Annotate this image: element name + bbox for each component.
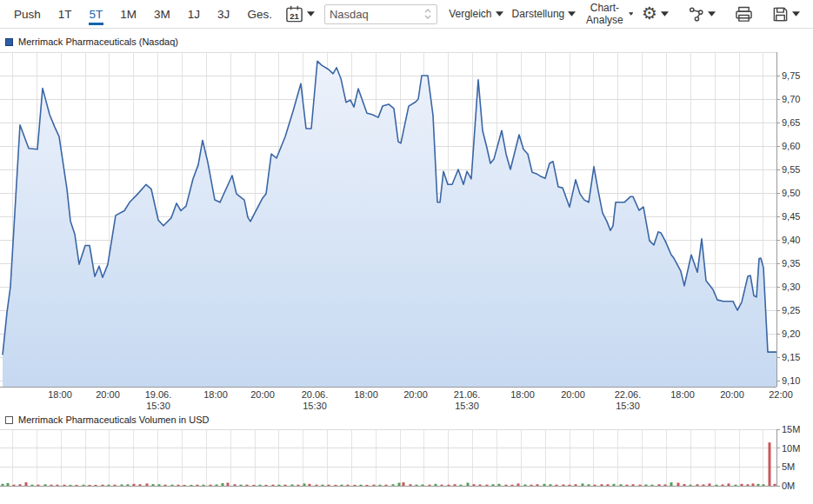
printer-icon <box>735 6 753 23</box>
price-chart-plot[interactable] <box>0 52 776 387</box>
price-legend-label: Merrimack Pharmaceuticals (Nasdaq) <box>18 36 178 47</box>
volume-axis-tick: 10M <box>782 443 800 454</box>
time-axis-tick: 20:00 <box>83 389 132 401</box>
volume-legend-marker <box>5 416 13 424</box>
period-button-1t[interactable]: 1T <box>50 0 81 28</box>
volume-axis-tick: 5M <box>782 461 795 472</box>
time-axis-tick: 18:00 <box>498 389 547 401</box>
price-axis-tick: 9,15 <box>782 352 800 362</box>
period-button-3m[interactable]: 3M <box>145 0 179 28</box>
price-axis-tick: 9,35 <box>782 258 800 269</box>
chevron-down-icon <box>792 11 800 17</box>
time-axis-tick: 22.06.15:30 <box>603 389 652 412</box>
menu-button-vergleich[interactable]: Vergleich <box>444 0 507 28</box>
period-button-push[interactable]: Push <box>5 0 50 28</box>
volume-chart-plot[interactable] <box>0 429 776 486</box>
menu-label: Vergleich <box>449 8 491 20</box>
chevron-down-icon <box>661 11 669 17</box>
time-axis-tick: 20:00 <box>391 389 440 401</box>
time-axis-tick: 18:00 <box>342 389 390 401</box>
symbol-select[interactable]: Nasdaq <box>324 4 437 24</box>
chart-application: Push1T5T1M3M1J3JGes. 21 Nasdaq Vergleich… <box>0 0 813 504</box>
price-axis-tick: 9,25 <box>782 305 800 315</box>
price-axis-tick: 9,40 <box>782 235 800 245</box>
price-axis-tick: 9,50 <box>782 188 800 198</box>
calendar-button[interactable]: 21 <box>281 5 319 23</box>
volume-legend: Merrimack Pharmaceuticals Volumen in USD <box>5 414 209 425</box>
price-axis-tick: 9,10 <box>782 375 800 386</box>
price-axis-tick: 9,65 <box>782 117 800 128</box>
toolbar-icons: ⚙ <box>637 5 808 23</box>
share-button[interactable] <box>683 6 720 23</box>
menu-label: Darstellung <box>512 8 565 20</box>
select-chevrons-icon <box>423 8 432 20</box>
price-axis-tick: 9,55 <box>782 164 800 175</box>
save-button[interactable] <box>768 6 804 23</box>
calendar-icon: 21 <box>285 5 303 23</box>
time-axis-tick: 22:00 <box>756 389 805 401</box>
chevron-down-icon <box>568 11 576 17</box>
price-axis-tick: 9,45 <box>782 211 800 222</box>
period-buttons: Push1T5T1M3M1J3JGes. <box>5 0 281 28</box>
chevron-down-icon <box>496 11 503 17</box>
time-axis-tick: 20:00 <box>708 389 756 401</box>
gear-icon: ⚙ <box>642 4 657 22</box>
period-button-1m[interactable]: 1M <box>111 0 145 28</box>
time-axis-tick: 20:00 <box>549 389 597 401</box>
calendar-day-label: 21 <box>290 10 299 20</box>
price-axis-tick: 9,75 <box>782 70 800 81</box>
price-axis-tick: 9,20 <box>782 328 800 339</box>
price-legend: Merrimack Pharmaceuticals (Nasdaq) <box>5 36 178 47</box>
chevron-down-icon <box>629 11 633 17</box>
volume-legend-label: Merrimack Pharmaceuticals Volumen in USD <box>18 414 209 425</box>
time-axis-tick: 20.06.15:30 <box>290 389 339 412</box>
volume-axis-tick: 0M <box>782 481 795 491</box>
print-button[interactable] <box>730 6 757 23</box>
price-axis-tick: 9,60 <box>782 141 800 151</box>
period-button-5t[interactable]: 5T <box>81 0 112 28</box>
share-icon <box>688 6 704 23</box>
menu-button-chart-analyse[interactable]: Chart-Analyse <box>580 0 637 28</box>
period-button-1j[interactable]: 1J <box>179 0 209 28</box>
symbol-select-value: Nasdaq <box>330 8 369 21</box>
time-axis-tick: 18:00 <box>191 389 240 401</box>
menu-buttons: VergleichDarstellungChart-Analyse <box>444 0 637 28</box>
price-axis-tick: 9,30 <box>782 282 800 292</box>
time-axis-tick: 18:00 <box>36 389 84 401</box>
time-axis-tick: 19.06.15:30 <box>134 389 183 412</box>
floppy-disk-icon <box>772 6 789 23</box>
menu-label: Chart-Analyse <box>584 2 624 26</box>
period-button-3j[interactable]: 3J <box>209 0 238 28</box>
time-axis-tick: 18:00 <box>658 389 707 401</box>
period-button-ges[interactable]: Ges. <box>238 0 281 28</box>
price-axis-tick: 9,70 <box>782 94 800 104</box>
time-axis-tick: 20:00 <box>238 389 287 401</box>
chevron-down-icon <box>708 11 716 17</box>
chart-toolbar: Push1T5T1M3M1J3JGes. 21 Nasdaq Vergleich… <box>0 0 813 29</box>
settings-button[interactable]: ⚙ <box>637 5 673 23</box>
time-axis-tick: 21.06.15:30 <box>443 389 491 412</box>
chevron-down-icon <box>307 11 315 17</box>
volume-axis-tick: 15M <box>782 424 800 434</box>
menu-button-darstellung[interactable]: Darstellung <box>508 0 581 28</box>
price-legend-marker <box>5 38 13 46</box>
